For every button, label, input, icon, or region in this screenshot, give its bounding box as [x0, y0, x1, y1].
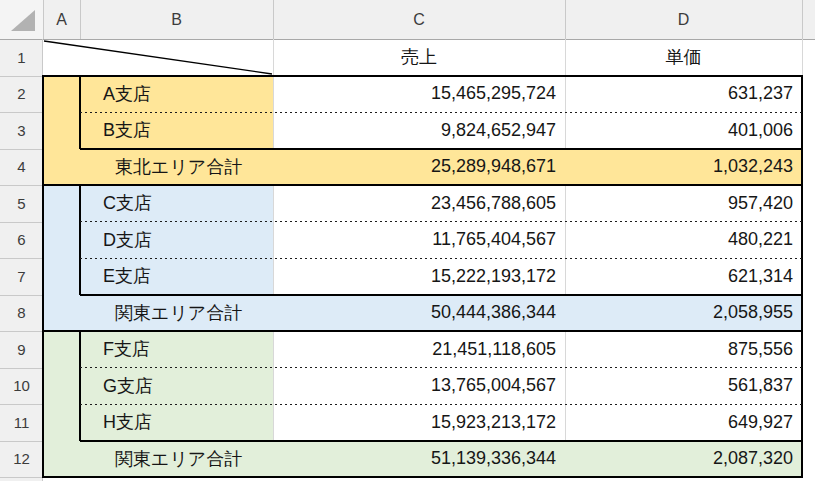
table-row: 関東エリア合計 50,444,386,344 2,058,955: [0, 295, 815, 332]
cell-a4[interactable]: [43, 149, 80, 186]
cell-b2-branch-label[interactable]: A支店: [80, 76, 273, 113]
group-inner-border: [80, 294, 802, 296]
cell-a8[interactable]: [43, 295, 80, 332]
gridline: [0, 112, 43, 113]
gridline: [80, 0, 81, 39]
gridline: [0, 76, 43, 77]
table-row: C支店 23,456,788,605 957,420: [0, 185, 815, 222]
cell-d12-unit-price-value[interactable]: 2,087,320: [565, 441, 802, 478]
cell-c2-sales-value[interactable]: 15,465,295,724: [273, 76, 565, 113]
cell-a12[interactable]: [43, 441, 80, 478]
column-header-e-sliver[interactable]: [802, 0, 815, 39]
gridline: [273, 331, 274, 441]
cell-a7[interactable]: [43, 258, 80, 295]
gridline: [565, 185, 566, 295]
cell-d2-unit-price-value[interactable]: 631,237: [565, 76, 802, 113]
table-left-border: [42, 75, 44, 479]
column-header-c[interactable]: C: [273, 0, 565, 39]
group-inner-border: [80, 440, 802, 442]
table-right-border: [801, 75, 803, 479]
dotted-divider: [80, 367, 802, 368]
diagonal-cell-line: [43, 39, 273, 76]
cell-d1-unit-price-header[interactable]: 単価: [565, 39, 802, 76]
cell-c5-sales-value[interactable]: 23,456,788,605: [273, 185, 565, 222]
cell-c8-sales-value[interactable]: 50,444,386,344: [273, 295, 565, 332]
table-row: H支店 15,923,213,172 649,927: [0, 404, 815, 441]
gridline: [0, 149, 43, 150]
cell-c9-sales-value[interactable]: 21,451,118,605: [273, 331, 565, 368]
cell-c11-sales-value[interactable]: 15,923,213,172: [273, 404, 565, 441]
cell-c4-sales-value[interactable]: 25,289,948,671: [273, 149, 565, 186]
gridline: [0, 441, 43, 442]
select-all-button[interactable]: [0, 0, 43, 39]
gridline: [565, 39, 566, 76]
cell-b4-total-label[interactable]: 東北エリア合計: [80, 149, 273, 186]
column-header-b[interactable]: B: [80, 0, 273, 39]
cell-d10-unit-price-value[interactable]: 561,837: [565, 368, 802, 405]
cell-b7-branch-label[interactable]: E支店: [80, 258, 273, 295]
cell-d8-unit-price-value[interactable]: 2,058,955: [565, 295, 802, 332]
gridline: [0, 477, 43, 478]
cell-d4-unit-price-value[interactable]: 1,032,243: [565, 149, 802, 186]
cell-a3[interactable]: [43, 112, 80, 149]
gridline: [0, 185, 43, 186]
gridline: [565, 0, 566, 39]
cell-c3-sales-value[interactable]: 9,824,652,947: [273, 112, 565, 149]
table-row: 東北エリア合計 25,289,948,671 1,032,243: [0, 149, 815, 186]
table-row: E支店 15,222,193,172 621,314: [0, 258, 815, 295]
cell-a11[interactable]: [43, 404, 80, 441]
table-row: F支店 21,451,118,605 875,556: [0, 331, 815, 368]
column-header-d[interactable]: D: [565, 0, 802, 39]
gridline: [273, 185, 274, 295]
cell-b6-branch-label[interactable]: D支店: [80, 222, 273, 259]
table-row: 関東エリア合計 51,139,336,344 2,087,320: [0, 441, 815, 478]
table-row: A支店 15,465,295,724 631,237: [0, 76, 815, 113]
cell-d9-unit-price-value[interactable]: 875,556: [565, 331, 802, 368]
cell-a5[interactable]: [43, 185, 80, 222]
table-row: G支店 13,765,004,567 561,837: [0, 368, 815, 405]
group-inner-border: [80, 148, 802, 150]
cell-e1-sliver[interactable]: [802, 39, 815, 76]
cell-c10-sales-value[interactable]: 13,765,004,567: [273, 368, 565, 405]
select-all-triangle-icon: [9, 9, 37, 33]
table-row: D支店 11,765,404,567 480,221: [0, 222, 815, 259]
gridline: [802, 0, 803, 39]
cell-c12-sales-value[interactable]: 51,139,336,344: [273, 441, 565, 478]
cell-a9[interactable]: [43, 331, 80, 368]
cell-b5-branch-label[interactable]: C支店: [80, 185, 273, 222]
cell-b3-branch-label[interactable]: B支店: [80, 112, 273, 149]
gridline: [565, 331, 566, 441]
cell-b11-branch-label[interactable]: H支店: [80, 404, 273, 441]
cell-a6[interactable]: [43, 222, 80, 259]
branch-box-border: [79, 330, 81, 441]
gridline: [0, 222, 43, 223]
table-bottom-border: [43, 476, 802, 478]
cell-a2[interactable]: [43, 76, 80, 113]
cell-d11-unit-price-value[interactable]: 649,927: [565, 404, 802, 441]
cell-b8-total-label[interactable]: 関東エリア合計: [80, 295, 273, 332]
cell-b10-branch-label[interactable]: G支店: [80, 368, 273, 405]
cell-d6-unit-price-value[interactable]: 480,221: [565, 222, 802, 259]
gridline: [273, 39, 274, 76]
gridline: [802, 39, 803, 76]
cell-b9-branch-label[interactable]: F支店: [80, 331, 273, 368]
gridline: [0, 295, 43, 296]
group-separator-border: [43, 330, 802, 332]
cell-b12-total-label[interactable]: 関東エリア合計: [80, 441, 273, 478]
gridline: [43, 0, 44, 39]
column-header-a[interactable]: A: [43, 0, 80, 39]
cell-c1-sales-header[interactable]: 売上: [273, 39, 565, 76]
cell-d7-unit-price-value[interactable]: 621,314: [565, 258, 802, 295]
group-separator-border: [43, 184, 802, 186]
branch-box-border: [79, 184, 81, 295]
cell-a10[interactable]: [43, 368, 80, 405]
dotted-divider: [80, 404, 802, 405]
cell-d5-unit-price-value[interactable]: 957,420: [565, 185, 802, 222]
cell-c6-sales-value[interactable]: 11,765,404,567: [273, 222, 565, 259]
dotted-divider: [80, 221, 802, 222]
gridline: [273, 0, 274, 39]
cell-c7-sales-value[interactable]: 15,222,193,172: [273, 258, 565, 295]
cell-d3-unit-price-value[interactable]: 401,006: [565, 112, 802, 149]
table-row: B支店 9,824,652,947 401,006: [0, 112, 815, 149]
spreadsheet: A B C D 1 2 3 4 5 6 7 8 9 10 11 12 売上 単価…: [0, 0, 815, 481]
